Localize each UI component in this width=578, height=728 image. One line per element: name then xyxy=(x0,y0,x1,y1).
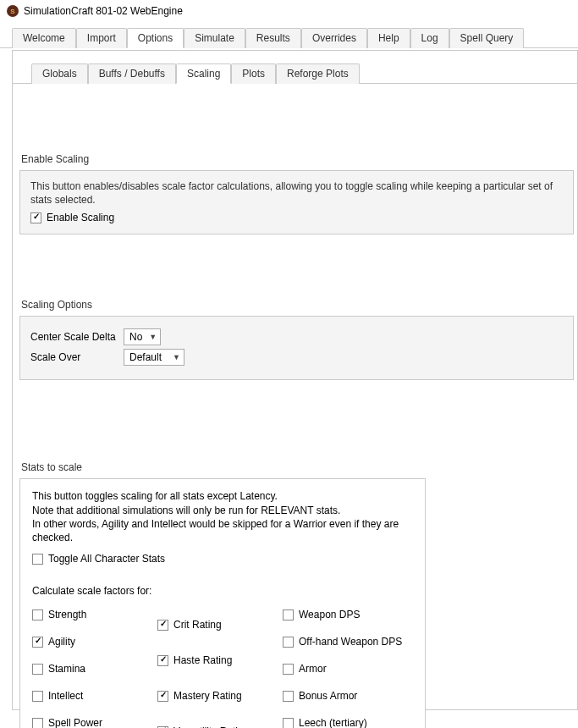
stat-spell-power[interactable]: Spell Power xyxy=(32,717,134,728)
stat-off-hand-weapon-dps[interactable]: Off-hand Weapon DPS xyxy=(283,636,413,648)
toggle-all-stats-row[interactable]: Toggle All Character Stats xyxy=(32,553,413,565)
stat-label: Leech (tertiary) xyxy=(299,717,367,728)
stat-checkbox[interactable] xyxy=(157,655,168,666)
stat-crit-rating[interactable]: Crit Rating xyxy=(157,619,259,631)
stat-label: Crit Rating xyxy=(173,619,222,631)
center-scale-delta-label: Center Scale Delta xyxy=(30,331,124,343)
stat-checkbox[interactable] xyxy=(32,691,43,702)
stat-label: Stamina xyxy=(48,663,85,675)
subtab-scaling[interactable]: Scaling xyxy=(176,63,231,84)
stats-column-1: StrengthAgilityStaminaIntellectSpell Pow… xyxy=(32,604,134,728)
stat-checkbox[interactable] xyxy=(32,664,43,675)
enable-scaling-checkbox[interactable] xyxy=(30,212,41,223)
stat-bonus-armor[interactable]: Bonus Armor xyxy=(283,690,413,702)
tab-results[interactable]: Results xyxy=(245,28,301,48)
stat-mastery-rating[interactable]: Mastery Rating xyxy=(157,690,259,702)
titlebar: S SimulationCraft 801-02 WebEngine xyxy=(0,0,578,22)
stat-stamina[interactable]: Stamina xyxy=(32,663,134,675)
stat-label: Spell Power xyxy=(48,717,102,728)
center-scale-delta-select[interactable]: No ▼ xyxy=(124,328,161,345)
stat-checkbox[interactable] xyxy=(283,609,294,620)
tab-overrides[interactable]: Overrides xyxy=(301,28,367,48)
chevron-down-icon: ▼ xyxy=(149,333,157,341)
stat-leech-tertiary-[interactable]: Leech (tertiary) xyxy=(283,717,413,728)
stat-label: Agility xyxy=(48,636,75,648)
tab-help[interactable]: Help xyxy=(367,28,410,48)
stat-haste-rating[interactable]: Haste Rating xyxy=(157,654,259,666)
window-title: SimulationCraft 801-02 WebEngine xyxy=(24,5,183,17)
toggle-all-stats-label: Toggle All Character Stats xyxy=(48,553,165,565)
enable-scaling-group: This button enables/disables scale facto… xyxy=(19,170,574,234)
stat-armor[interactable]: Armor xyxy=(283,663,413,675)
tab-spell-query[interactable]: Spell Query xyxy=(449,28,525,48)
app-icon: S xyxy=(7,5,19,17)
stat-label: Armor xyxy=(299,663,327,675)
enable-scaling-desc: This button enables/disables scale facto… xyxy=(30,179,563,207)
main-tabstrip: WelcomeImportOptionsSimulateResultsOverr… xyxy=(0,27,578,48)
stat-checkbox[interactable] xyxy=(32,718,43,728)
options-panel: GlobalsBuffs / DebuffsScalingPlotsReforg… xyxy=(12,50,578,710)
stat-weapon-dps[interactable]: Weapon DPS xyxy=(283,609,413,620)
stats-column-2: Crit RatingHaste RatingMastery RatingVer… xyxy=(157,604,259,728)
scale-over-value: Default xyxy=(129,351,162,363)
tab-simulate[interactable]: Simulate xyxy=(184,28,245,48)
stat-label: Bonus Armor xyxy=(299,690,357,702)
stats-to-scale-group: This button toggles scaling for all stat… xyxy=(19,478,426,728)
stats-desc-2: Note that additional simulations will on… xyxy=(32,504,413,517)
stat-agility[interactable]: Agility xyxy=(32,636,134,648)
enable-scaling-checkbox-label: Enable Scaling xyxy=(47,212,114,223)
subtab-reforge-plots[interactable]: Reforge Plots xyxy=(276,63,360,84)
scaling-options-group: Center Scale Delta No ▼ Scale Over Defau… xyxy=(19,316,574,380)
stats-column-3: Weapon DPSOff-hand Weapon DPSArmorBonus … xyxy=(283,604,413,728)
stats-desc-3: In other words, Agility and Intellect wo… xyxy=(32,517,413,544)
sub-tabstrip: GlobalsBuffs / DebuffsScalingPlotsReforg… xyxy=(13,63,577,84)
subtab-buffs-debuffs[interactable]: Buffs / Debuffs xyxy=(88,63,176,84)
stat-checkbox[interactable] xyxy=(283,691,294,702)
calculate-scale-factors-heading: Calculate scale factors for: xyxy=(32,585,413,597)
stat-intellect[interactable]: Intellect xyxy=(32,690,134,702)
stat-label: Off-hand Weapon DPS xyxy=(299,636,402,648)
stat-label: Mastery Rating xyxy=(173,690,242,702)
stat-checkbox[interactable] xyxy=(32,609,43,620)
chevron-down-icon: ▼ xyxy=(173,353,180,361)
stat-checkbox[interactable] xyxy=(283,664,294,675)
toggle-all-stats-checkbox[interactable] xyxy=(32,554,43,565)
scale-over-label: Scale Over xyxy=(30,351,124,363)
subtab-plots[interactable]: Plots xyxy=(231,63,276,84)
subtab-globals[interactable]: Globals xyxy=(31,63,88,84)
center-scale-delta-value: No xyxy=(129,331,142,343)
stat-checkbox[interactable] xyxy=(283,718,294,728)
tab-welcome[interactable]: Welcome xyxy=(12,28,76,48)
stat-checkbox[interactable] xyxy=(157,620,168,631)
stat-checkbox[interactable] xyxy=(157,691,168,702)
stat-checkbox[interactable] xyxy=(283,637,294,648)
stats-to-scale-heading: Stats to scale xyxy=(21,461,574,473)
stat-label: Strength xyxy=(48,609,86,620)
stat-checkbox[interactable] xyxy=(32,637,43,648)
scaling-options-heading: Scaling Options xyxy=(21,299,574,311)
tab-import[interactable]: Import xyxy=(76,28,127,48)
stat-strength[interactable]: Strength xyxy=(32,609,134,620)
enable-scaling-checkbox-row[interactable]: Enable Scaling xyxy=(30,212,563,223)
stat-label: Intellect xyxy=(48,690,83,702)
enable-scaling-heading: Enable Scaling xyxy=(21,153,574,165)
tab-options[interactable]: Options xyxy=(127,28,184,48)
scale-over-select[interactable]: Default ▼ xyxy=(124,349,184,366)
stats-desc-1: This button toggles scaling for all stat… xyxy=(32,489,413,503)
tab-log[interactable]: Log xyxy=(410,28,449,48)
stat-label: Haste Rating xyxy=(173,654,232,666)
stat-label: Weapon DPS xyxy=(299,609,361,620)
